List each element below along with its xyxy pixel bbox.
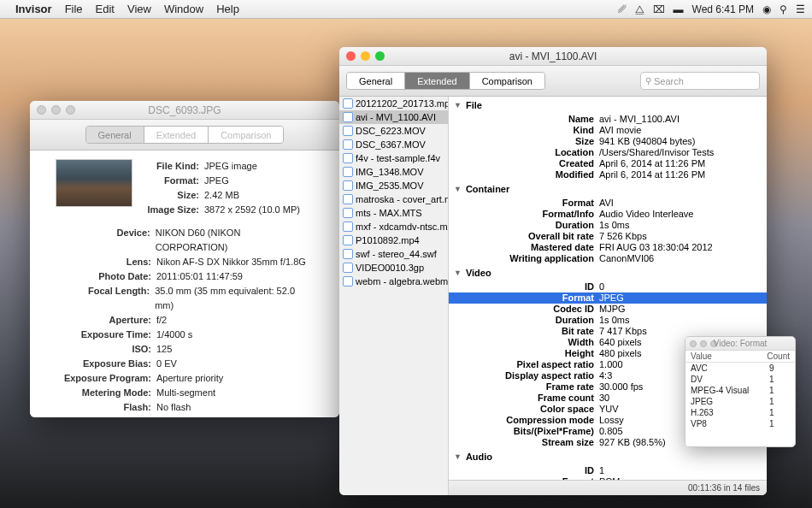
col-count[interactable]: Count	[762, 351, 795, 362]
label: Exposure Program:	[56, 371, 156, 386]
tab-comparison[interactable]: Comparison	[209, 127, 283, 143]
wifi-icon[interactable]: ⧋	[635, 3, 644, 15]
detail-key: Writing application	[449, 253, 599, 264]
file-item[interactable]: avi - MVI_1100.AVI	[339, 110, 448, 124]
section-title: Container	[466, 184, 509, 194]
menu-window[interactable]: Window	[164, 3, 203, 15]
close-button[interactable]	[37, 105, 46, 115]
section-title: File	[466, 100, 482, 110]
titlebar[interactable]: avi - MVI_1100.AVI	[339, 47, 767, 66]
detail-value: AVI movie	[599, 125, 767, 136]
file-item[interactable]: f4v - test-sample.f4v	[339, 151, 448, 165]
popup-row[interactable]: MPEG-4 Visual1	[685, 385, 795, 396]
value: Nikon AF-S DX Nikkor 35mm f/1.8G	[156, 255, 306, 269]
tab-general[interactable]: General	[86, 127, 144, 143]
search-field[interactable]: ⚲ Search	[640, 72, 760, 90]
detail-row[interactable]: Overall bit rate7 526 Kbps	[449, 231, 767, 242]
notification-icon[interactable]: ☰	[796, 3, 805, 15]
window-dsc6093: DSC_6093.JPG General Extended Comparison…	[30, 101, 339, 417]
tab-comparison[interactable]: Comparison	[470, 73, 544, 89]
menu-app[interactable]: Invisor	[15, 3, 52, 15]
tab-extended[interactable]: Extended	[144, 127, 209, 143]
popup-header: Value Count	[685, 351, 795, 363]
file-name: VIDEO0010.3gp	[356, 263, 424, 273]
zoom-button[interactable]	[375, 51, 385, 61]
file-item[interactable]: matroska - cover_art.mkv	[339, 192, 448, 206]
clock[interactable]: Wed 6:41 PM	[692, 3, 754, 15]
detail-row[interactable]: Size941 KB (940804 bytes)	[449, 136, 767, 147]
user-icon[interactable]: ◉	[762, 3, 771, 15]
detail-row[interactable]: Format/InfoAudio Video Interleave	[449, 209, 767, 220]
close-button[interactable]	[346, 51, 356, 61]
label: Lens:	[56, 255, 156, 269]
spotlight-icon[interactable]: ⚲	[780, 3, 787, 15]
file-item[interactable]: DSC_6223.MOV	[339, 124, 448, 138]
detail-value: April 6, 2014 at 11:26 PM	[599, 169, 767, 180]
value: 35.0 mm (35 mm equivalent: 52.0 mm)	[155, 284, 314, 313]
detail-key: Format/Info	[449, 209, 599, 220]
file-item[interactable]: mts - MAX.MTS	[339, 206, 448, 220]
menu-view[interactable]: View	[127, 3, 151, 15]
file-name: P1010892.mp4	[356, 235, 420, 245]
detail-row[interactable]: Duration1s 0ms	[449, 220, 767, 231]
file-item[interactable]: 20121202_201713.mp4	[339, 97, 448, 110]
search-icon: ⚲	[645, 76, 651, 86]
file-item[interactable]: IMG_1348.MOV	[339, 165, 448, 179]
section-header[interactable]: ▼Audio	[449, 448, 767, 465]
detail-row[interactable]: ID0	[449, 281, 767, 292]
menu-file[interactable]: File	[65, 3, 83, 15]
detail-row[interactable]: Location/Users/Shared/Invisor Tests	[449, 147, 767, 158]
detail-row[interactable]: Duration1s 0ms	[449, 315, 767, 326]
menu-help[interactable]: Help	[216, 3, 239, 15]
file-name: webm - algebra.webm	[356, 276, 448, 286]
flag-icon[interactable]: ▬	[674, 3, 684, 15]
tab-general[interactable]: General	[347, 73, 405, 89]
popup-row[interactable]: DV1	[685, 374, 795, 385]
popup-title: Video: Format	[685, 339, 795, 348]
file-item[interactable]: P1010892.mp4	[339, 233, 448, 247]
minimize-button[interactable]	[51, 105, 61, 115]
popup-row[interactable]: H.2631	[685, 407, 795, 418]
detail-row[interactable]: CreatedApril 6, 2014 at 11:26 PM	[449, 158, 767, 169]
section-title: Video	[466, 268, 491, 278]
label: Format:	[144, 174, 204, 188]
detail-row[interactable]: ID1	[449, 465, 767, 476]
section-header[interactable]: ▼File	[449, 97, 767, 114]
detail-row[interactable]: Writing applicationCanonMVI06	[449, 253, 767, 264]
titlebar[interactable]: DSC_6093.JPG	[30, 101, 339, 120]
popup-row[interactable]: VP81	[685, 418, 795, 429]
section-header[interactable]: ▼Video	[449, 264, 767, 281]
file-item[interactable]: swf - stereo_44.swf	[339, 247, 448, 261]
detail-row[interactable]: FormatJPEG	[449, 292, 767, 304]
file-item[interactable]: mxf - xdcamdv-ntsc.mxf	[339, 220, 448, 233]
popup-titlebar[interactable]: Video: Format	[685, 337, 795, 351]
detail-value: JPEG	[599, 292, 767, 304]
detail-row[interactable]: FormatAVI	[449, 198, 767, 209]
file-icon	[343, 249, 353, 259]
file-item[interactable]: webm - algebra.webm	[339, 275, 448, 288]
tab-extended[interactable]: Extended	[405, 73, 469, 89]
bluetooth-icon[interactable]: ␥	[618, 3, 627, 15]
popup-row[interactable]: JPEG1	[685, 396, 795, 407]
file-item[interactable]: IMG_2535.MOV	[339, 179, 448, 192]
label: Exposure Mode:	[56, 415, 156, 417]
disclosure-icon: ▼	[454, 185, 462, 193]
minimize-button[interactable]	[361, 51, 370, 61]
detail-row[interactable]: Mastered dateFRI AUG 03 18:30:04 2012	[449, 242, 767, 253]
sidebar: 20121202_201713.mp4avi - MVI_1100.AVIDSC…	[339, 97, 449, 495]
detail-row[interactable]: ModifiedApril 6, 2014 at 11:26 PM	[449, 169, 767, 180]
row-count: 1	[764, 396, 795, 407]
menu-edit[interactable]: Edit	[96, 3, 115, 15]
popup-row[interactable]: AVC9	[685, 363, 795, 374]
detail-row[interactable]: Nameavi - MVI_1100.AVI	[449, 114, 767, 125]
col-value[interactable]: Value	[685, 351, 762, 362]
section-header[interactable]: ▼Container	[449, 180, 767, 198]
window-title: DSC_6093.JPG	[30, 104, 339, 116]
file-item[interactable]: VIDEO0010.3gp	[339, 261, 448, 275]
value: Multi-segment	[156, 386, 215, 400]
battery-icon[interactable]: ⌧	[653, 3, 665, 15]
zoom-button[interactable]	[66, 105, 75, 115]
detail-row[interactable]: Codec IDMJPG	[449, 304, 767, 315]
file-item[interactable]: DSC_6367.MOV	[339, 138, 448, 151]
detail-row[interactable]: KindAVI movie	[449, 125, 767, 136]
